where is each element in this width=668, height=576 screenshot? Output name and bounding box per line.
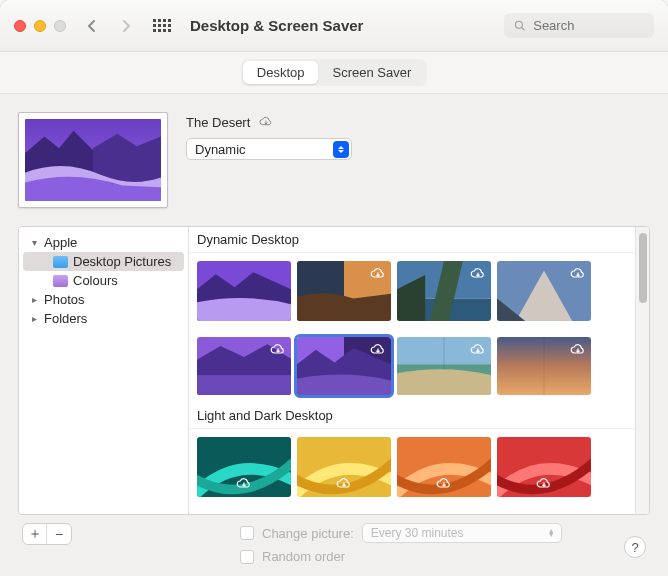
wallpaper-thumb-abs-orange[interactable] <box>397 437 491 497</box>
wallpaper-thumb-abs-yellow[interactable] <box>297 437 391 497</box>
add-source-button[interactable]: ＋ <box>23 524 47 544</box>
download-icon[interactable] <box>469 265 487 283</box>
add-remove-source: ＋ − <box>22 523 72 545</box>
interval-dropdown: Every 30 minutes ▲▼ <box>362 523 562 543</box>
random-order-label: Random order <box>262 549 345 564</box>
download-icon[interactable] <box>369 341 387 359</box>
sidebar-item-label: Colours <box>73 273 118 288</box>
source-sidebar: ▾ Apple Desktop Pictures Colours ▸ Photo… <box>19 227 189 514</box>
chevron-right-icon: ▸ <box>29 313 39 324</box>
section-header-lightdark: Light and Dark Desktop <box>189 403 635 429</box>
sidebar-item-label: Folders <box>44 311 87 326</box>
gallery-scrollbar[interactable] <box>635 227 649 514</box>
show-all-icon[interactable] <box>150 14 174 38</box>
sidebar-item-apple[interactable]: ▾ Apple <box>19 233 188 252</box>
wallpaper-thumb-beach[interactable] <box>397 337 491 395</box>
sidebar-item-label: Apple <box>44 235 77 250</box>
tab-screensaver[interactable]: Screen Saver <box>318 61 425 84</box>
wallpaper-thumb-gradient-dusk[interactable] <box>497 337 591 395</box>
help-button[interactable]: ? <box>624 536 646 558</box>
tab-segmented-control: Desktop Screen Saver <box>241 59 427 86</box>
wallpaper-gallery: Dynamic Desktop Light and Dark Desktop <box>189 227 649 514</box>
sidebar-item-colours[interactable]: Colours <box>19 271 188 290</box>
zoom-button <box>54 20 66 32</box>
search-icon <box>514 19 525 32</box>
download-icon[interactable] <box>569 265 587 283</box>
wallpaper-thumb-cliffs[interactable] <box>397 261 491 321</box>
chevron-right-icon: ▸ <box>29 294 39 305</box>
minimize-button[interactable] <box>34 20 46 32</box>
download-icon[interactable] <box>469 341 487 359</box>
svg-point-0 <box>515 21 522 28</box>
tab-desktop[interactable]: Desktop <box>243 61 319 84</box>
sidebar-item-label: Photos <box>44 292 84 307</box>
scrollbar-thumb[interactable] <box>639 233 647 303</box>
wallpaper-thumb-coast-sunset[interactable] <box>297 261 391 321</box>
forward-button[interactable] <box>114 14 138 38</box>
dropdown-arrows-icon <box>333 141 349 158</box>
wallpaper-thumb-desert-purple[interactable] <box>197 261 291 321</box>
content-area: The Desert Dynamic ▾ Apple <box>0 94 668 576</box>
svg-rect-9 <box>197 375 291 395</box>
svg-line-1 <box>522 28 525 31</box>
download-icon[interactable] <box>569 341 587 359</box>
wallpaper-thumb-abs-red[interactable] <box>497 437 591 497</box>
change-picture-label: Change picture: <box>262 526 354 541</box>
section-header-dynamic: Dynamic Desktop <box>189 227 635 253</box>
interval-value: Every 30 minutes <box>371 526 464 540</box>
window-title: Desktop & Screen Saver <box>190 17 363 34</box>
folder-icon <box>53 275 68 287</box>
sidebar-item-folders[interactable]: ▸ Folders <box>19 309 188 328</box>
wallpaper-thumb-peak[interactable] <box>497 261 591 321</box>
search-input[interactable] <box>531 17 644 34</box>
sidebar-item-desktop-pictures[interactable]: Desktop Pictures <box>23 252 184 271</box>
back-button[interactable] <box>80 14 104 38</box>
tabs-row: Desktop Screen Saver <box>0 52 668 94</box>
remove-source-button[interactable]: − <box>47 524 71 544</box>
sidebar-item-label: Desktop Pictures <box>73 254 171 269</box>
download-icon[interactable] <box>369 265 387 283</box>
window-controls <box>14 20 66 32</box>
download-icon[interactable] <box>535 475 553 493</box>
dropdown-arrows-icon: ▲▼ <box>548 529 555 537</box>
wallpaper-mode-value: Dynamic <box>195 142 246 157</box>
download-icon[interactable] <box>335 475 353 493</box>
footer-controls: ＋ − Change picture: Every 30 minutes ▲▼ … <box>18 515 650 564</box>
search-field[interactable] <box>504 13 654 38</box>
change-picture-checkbox[interactable] <box>240 526 254 540</box>
current-wallpaper-preview <box>18 112 168 208</box>
wallpaper-thumb-desert-night[interactable] <box>297 337 391 395</box>
chevron-down-icon: ▾ <box>29 237 39 248</box>
close-button[interactable] <box>14 20 26 32</box>
titlebar: Desktop & Screen Saver <box>0 0 668 52</box>
wallpaper-mode-dropdown[interactable]: Dynamic <box>186 138 352 160</box>
sidebar-item-photos[interactable]: ▸ Photos <box>19 290 188 309</box>
download-icon[interactable] <box>258 114 274 130</box>
wallpaper-thumb-abs-teal[interactable] <box>197 437 291 497</box>
folder-icon <box>53 256 68 268</box>
random-order-checkbox <box>240 550 254 564</box>
wallpaper-thumb-lake-purple[interactable] <box>197 337 291 395</box>
download-icon[interactable] <box>435 475 453 493</box>
download-icon[interactable] <box>235 475 253 493</box>
download-icon[interactable] <box>269 341 287 359</box>
wallpaper-name: The Desert <box>186 115 250 130</box>
